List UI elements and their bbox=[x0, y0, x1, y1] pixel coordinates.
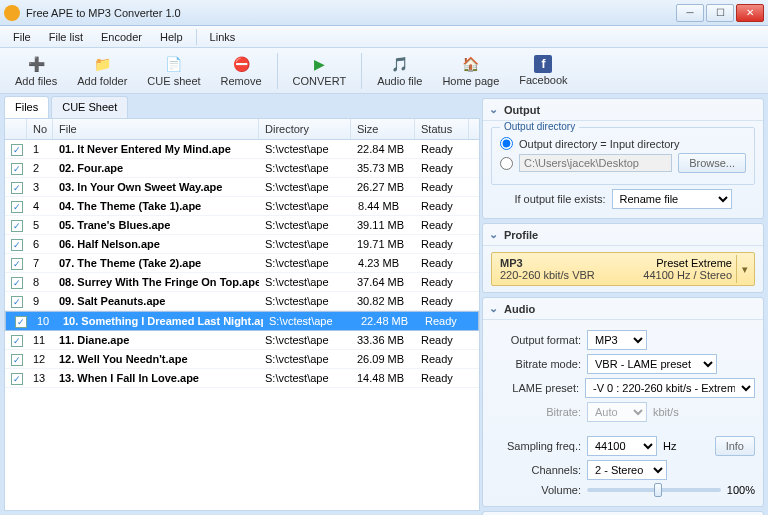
convert-button[interactable]: ▶CONVERT bbox=[284, 51, 356, 91]
table-row[interactable]: ✓505. Trane's Blues.apeS:\vctest\ape39.1… bbox=[5, 216, 479, 235]
row-status: Ready bbox=[415, 332, 469, 348]
table-row[interactable]: ✓404. The Theme (Take 1).apeS:\vctest\ap… bbox=[5, 197, 479, 216]
row-checkbox[interactable]: ✓ bbox=[5, 370, 27, 387]
bitrate-mode-select[interactable]: VBR - LAME preset bbox=[587, 354, 717, 374]
cue-sheet-label: CUE sheet bbox=[147, 75, 200, 87]
table-row[interactable]: ✓1212. Well You Needn't.apeS:\vctest\ape… bbox=[5, 350, 479, 369]
output-custom-radio[interactable] bbox=[500, 157, 513, 170]
home-page-label: Home page bbox=[442, 75, 499, 87]
left-tabs: Files CUE Sheet bbox=[4, 96, 480, 118]
facebook-button[interactable]: fFacebook bbox=[510, 51, 576, 91]
row-checkbox[interactable]: ✓ bbox=[5, 293, 27, 310]
row-checkbox[interactable]: ✓ bbox=[5, 351, 27, 368]
remove-button[interactable]: ⛔Remove bbox=[212, 51, 271, 91]
tab-files[interactable]: Files bbox=[4, 96, 49, 118]
row-checkbox[interactable]: ✓ bbox=[5, 255, 27, 272]
row-directory: S:\vctest\ape bbox=[259, 332, 351, 348]
additional-panel: ⌄Additional settings bbox=[482, 511, 764, 515]
col-size[interactable]: Size bbox=[351, 119, 415, 139]
row-size: 8.44 MB bbox=[351, 198, 415, 214]
cue-sheet-button[interactable]: 📄CUE sheet bbox=[138, 51, 209, 91]
maximize-button[interactable]: ☐ bbox=[706, 4, 734, 22]
profile-dropdown-icon[interactable]: ▾ bbox=[736, 255, 752, 283]
menu-links[interactable]: Links bbox=[201, 28, 245, 46]
row-size: 30.82 MB bbox=[351, 293, 415, 309]
table-row[interactable]: ✓101. It Never Entered My Mind.apeS:\vct… bbox=[5, 140, 479, 159]
row-checkbox[interactable]: ✓ bbox=[5, 217, 27, 234]
bitrate-unit: kbit/s bbox=[653, 406, 679, 418]
toolbar-separator bbox=[361, 53, 362, 89]
grid-header: No File Directory Size Status bbox=[5, 119, 479, 140]
close-button[interactable]: ✕ bbox=[736, 4, 764, 22]
minimize-button[interactable]: ─ bbox=[676, 4, 704, 22]
output-format-select[interactable]: MP3 bbox=[587, 330, 647, 350]
output-path-field bbox=[519, 154, 672, 172]
row-status: Ready bbox=[415, 198, 469, 214]
row-checkbox[interactable]: ✓ bbox=[5, 141, 27, 158]
audio-header[interactable]: ⌄Audio bbox=[483, 298, 763, 320]
slider-thumb[interactable] bbox=[654, 483, 662, 497]
row-status: Ready bbox=[415, 370, 469, 386]
table-row[interactable]: ✓303. In Your Own Sweet Way.apeS:\vctest… bbox=[5, 178, 479, 197]
profile-header[interactable]: ⌄Profile bbox=[483, 224, 763, 246]
row-checkbox[interactable]: ✓ bbox=[5, 332, 27, 349]
facebook-label: Facebook bbox=[519, 74, 567, 86]
row-checkbox[interactable]: ✓ bbox=[5, 160, 27, 177]
menu-help[interactable]: Help bbox=[151, 28, 192, 46]
row-checkbox[interactable]: ✓ bbox=[9, 313, 31, 330]
tab-cue-sheet[interactable]: CUE Sheet bbox=[51, 96, 128, 118]
menu-filelist[interactable]: File list bbox=[40, 28, 92, 46]
row-checkbox[interactable]: ✓ bbox=[5, 198, 27, 215]
row-directory: S:\vctest\ape bbox=[259, 179, 351, 195]
sampling-select[interactable]: 44100 bbox=[587, 436, 657, 456]
table-row[interactable]: ✓606. Half Nelson.apeS:\vctest\ape19.71 … bbox=[5, 235, 479, 254]
menu-encoder[interactable]: Encoder bbox=[92, 28, 151, 46]
menu-file[interactable]: File bbox=[4, 28, 40, 46]
row-size: 26.09 MB bbox=[351, 351, 415, 367]
add-folder-button[interactable]: 📁Add folder bbox=[68, 51, 136, 91]
add-files-button[interactable]: ➕Add files bbox=[6, 51, 66, 91]
table-row[interactable]: ✓808. Surrey With The Fringe On Top.apeS… bbox=[5, 273, 479, 292]
profile-selector[interactable]: MP3Preset Extreme 220-260 kbit/s VBR4410… bbox=[491, 252, 755, 286]
profile-sample: 44100 Hz / Stereo bbox=[643, 269, 732, 281]
table-row[interactable]: ✓909. Salt Peanuts.apeS:\vctest\ape30.82… bbox=[5, 292, 479, 311]
row-no: 8 bbox=[27, 274, 53, 290]
col-file[interactable]: File bbox=[53, 119, 259, 139]
table-row[interactable]: ✓202. Four.apeS:\vctest\ape35.73 MBReady bbox=[5, 159, 479, 178]
col-directory[interactable]: Directory bbox=[259, 119, 351, 139]
row-file: 06. Half Nelson.ape bbox=[53, 236, 259, 252]
output-eq-input-radio[interactable] bbox=[500, 137, 513, 150]
output-header[interactable]: ⌄Output bbox=[483, 99, 763, 121]
volume-slider[interactable] bbox=[587, 488, 721, 492]
col-no[interactable]: No bbox=[27, 119, 53, 139]
profile-title: Profile bbox=[504, 229, 538, 241]
exists-select[interactable]: Rename file bbox=[612, 189, 732, 209]
table-row[interactable]: ✓707. The Theme (Take 2).apeS:\vctest\ap… bbox=[5, 254, 479, 273]
row-no: 2 bbox=[27, 160, 53, 176]
lame-preset-select[interactable]: -V 0 : 220-260 kbit/s - Extreme bbox=[585, 378, 755, 398]
col-check[interactable] bbox=[5, 119, 27, 139]
row-directory: S:\vctest\ape bbox=[259, 274, 351, 290]
row-status: Ready bbox=[415, 141, 469, 157]
row-file: 08. Surrey With The Fringe On Top.ape bbox=[53, 274, 259, 290]
channels-select[interactable]: 2 - Stereo bbox=[587, 460, 667, 480]
row-checkbox[interactable]: ✓ bbox=[5, 274, 27, 291]
row-status: Ready bbox=[415, 236, 469, 252]
row-size: 35.73 MB bbox=[351, 160, 415, 176]
info-button[interactable]: Info bbox=[715, 436, 755, 456]
row-checkbox[interactable]: ✓ bbox=[5, 236, 27, 253]
file-grid[interactable]: No File Directory Size Status ✓101. It N… bbox=[4, 118, 480, 511]
browse-button[interactable]: Browse... bbox=[678, 153, 746, 173]
add-folder-icon: 📁 bbox=[92, 54, 112, 74]
row-status: Ready bbox=[415, 179, 469, 195]
table-row[interactable]: ✓1010. Something I Dreamed Last Night.ap… bbox=[5, 311, 479, 331]
audio-file-button[interactable]: 🎵Audio file bbox=[368, 51, 431, 91]
home-page-button[interactable]: 🏠Home page bbox=[433, 51, 508, 91]
table-row[interactable]: ✓1111. Diane.apeS:\vctest\ape33.36 MBRea… bbox=[5, 331, 479, 350]
row-checkbox[interactable]: ✓ bbox=[5, 179, 27, 196]
add-files-label: Add files bbox=[15, 75, 57, 87]
col-status[interactable]: Status bbox=[415, 119, 469, 139]
remove-label: Remove bbox=[221, 75, 262, 87]
table-row[interactable]: ✓1313. When I Fall In Love.apeS:\vctest\… bbox=[5, 369, 479, 388]
chevron-down-icon: ⌄ bbox=[489, 228, 498, 241]
